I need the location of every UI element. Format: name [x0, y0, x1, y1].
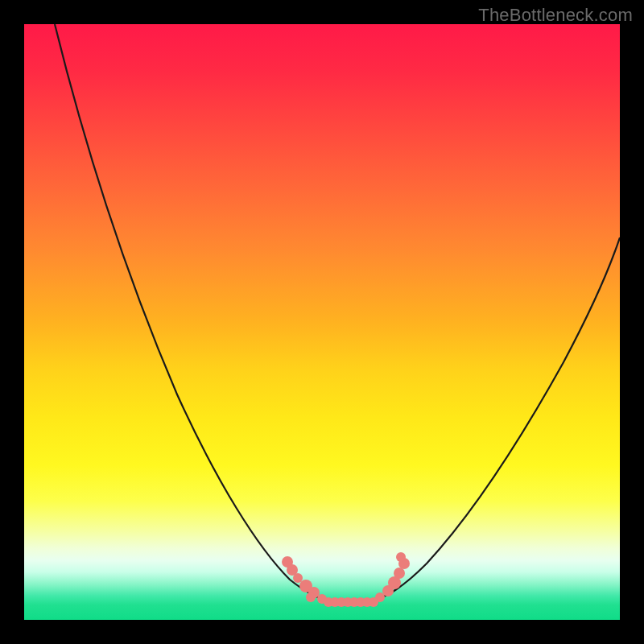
chart-svg [24, 24, 620, 620]
left-marker-cluster [282, 556, 327, 604]
right-curve [372, 237, 620, 601]
svg-point-5 [306, 592, 316, 602]
svg-point-10 [394, 568, 405, 579]
watermark-text: TheBottleneck.com [478, 5, 633, 26]
left-curve [55, 24, 328, 601]
svg-point-12 [396, 552, 406, 562]
right-marker-cluster [375, 552, 410, 602]
svg-point-2 [293, 573, 303, 583]
chart-plot-area [24, 24, 620, 620]
bottom-marker-row [324, 597, 378, 607]
svg-point-20 [369, 597, 378, 607]
